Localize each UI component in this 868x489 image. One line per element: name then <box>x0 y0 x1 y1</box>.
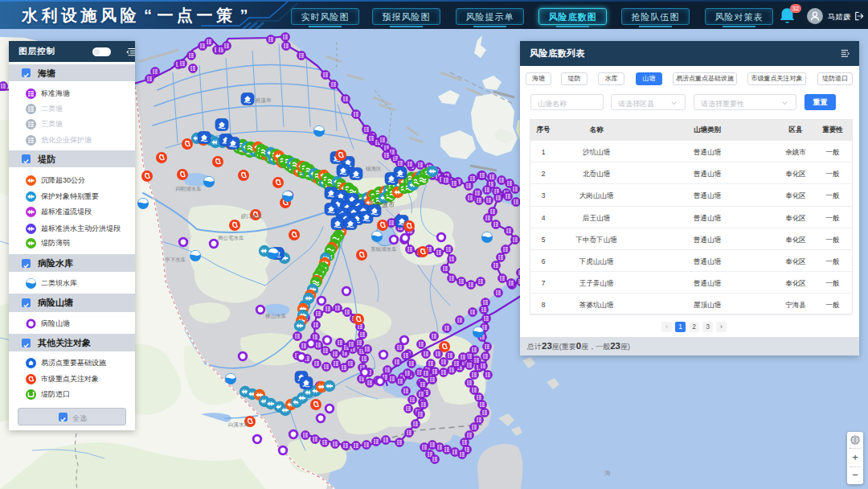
svg-text:东钱湖水库: 东钱湖水库 <box>371 246 397 252</box>
svg-text:慈溪市: 慈溪市 <box>255 97 272 104</box>
svg-text:四明湖水库: 四明湖水库 <box>175 186 202 191</box>
svg-text:海: 海 <box>604 470 611 477</box>
svg-text:亭下水库: 亭下水库 <box>165 257 186 262</box>
svg-text:宁波市: 宁波市 <box>375 201 395 208</box>
svg-text:横山水库: 横山水库 <box>265 313 287 318</box>
svg-text:周公宅水库: 周公宅水库 <box>218 235 244 240</box>
svg-text:白溪水库: 白溪水库 <box>228 421 250 428</box>
svg-text:镇海区: 镇海区 <box>365 166 382 172</box>
svg-text:皎口水库: 皎口水库 <box>241 213 263 220</box>
